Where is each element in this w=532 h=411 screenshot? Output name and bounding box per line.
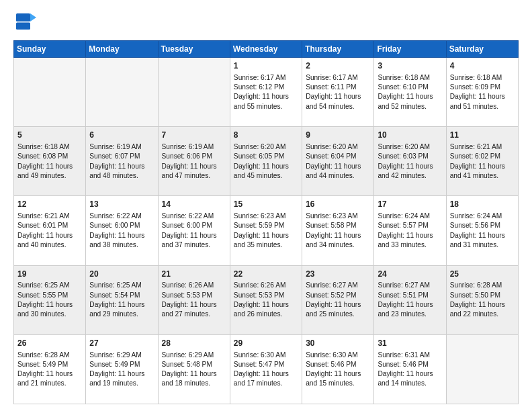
day-info: Sunrise: 6:26 AMSunset: 5:53 PMDaylight:… [234,281,289,318]
day-info: Sunrise: 6:30 AMSunset: 5:46 PMDaylight:… [306,351,361,387]
day-info: Sunrise: 6:17 AMSunset: 6:12 PMDaylight:… [234,74,289,110]
weekday-header-sunday: Sunday [14,41,86,58]
svg-rect-1 [16,22,30,30]
day-info: Sunrise: 6:19 AMSunset: 6:06 PMDaylight:… [162,143,217,179]
weekday-header-monday: Monday [86,41,158,58]
day-number: 25 [450,269,515,280]
calendar-cell: 28Sunrise: 6:29 AMSunset: 5:48 PMDayligh… [158,334,230,404]
day-number: 27 [89,338,154,349]
day-info: Sunrise: 6:27 AMSunset: 5:52 PMDaylight:… [306,281,361,318]
week-row-3: 12Sunrise: 6:21 AMSunset: 6:01 PMDayligh… [14,196,519,265]
week-row-5: 26Sunrise: 6:28 AMSunset: 5:49 PMDayligh… [14,334,519,404]
day-info: Sunrise: 6:28 AMSunset: 5:49 PMDaylight:… [17,351,73,387]
day-info: Sunrise: 6:17 AMSunset: 6:11 PMDaylight:… [306,74,361,110]
day-number: 13 [89,199,154,210]
day-number: 2 [306,60,370,72]
calendar-cell: 20Sunrise: 6:25 AMSunset: 5:54 PMDayligh… [86,265,158,334]
day-info: Sunrise: 6:26 AMSunset: 5:53 PMDaylight:… [162,281,217,318]
svg-marker-2 [30,13,36,21]
calendar-cell: 3Sunrise: 6:18 AMSunset: 6:10 PMDaylight… [374,58,446,127]
day-info: Sunrise: 6:24 AMSunset: 5:57 PMDaylight:… [378,212,433,248]
svg-rect-0 [16,13,30,21]
calendar-cell: 29Sunrise: 6:30 AMSunset: 5:47 PMDayligh… [230,334,302,404]
weekday-header-saturday: Saturday [446,41,518,58]
calendar-cell [158,58,230,127]
calendar-cell [14,58,86,127]
calendar-cell: 4Sunrise: 6:18 AMSunset: 6:09 PMDaylight… [446,58,518,127]
weekday-header-thursday: Thursday [302,41,374,58]
calendar-cell: 10Sunrise: 6:20 AMSunset: 6:03 PMDayligh… [374,127,446,196]
day-info: Sunrise: 6:30 AMSunset: 5:47 PMDaylight:… [234,351,289,387]
calendar-cell: 30Sunrise: 6:30 AMSunset: 5:46 PMDayligh… [302,334,374,404]
day-info: Sunrise: 6:22 AMSunset: 6:00 PMDaylight:… [162,212,217,248]
day-number: 5 [17,130,82,141]
calendar-cell: 19Sunrise: 6:25 AMSunset: 5:55 PMDayligh… [14,265,86,334]
day-number: 3 [378,60,442,72]
logo-icon [16,12,36,32]
day-number: 11 [450,130,515,141]
calendar-cell: 5Sunrise: 6:18 AMSunset: 6:08 PMDaylight… [14,127,86,196]
day-info: Sunrise: 6:29 AMSunset: 5:49 PMDaylight:… [89,351,144,387]
day-number: 6 [89,130,154,141]
day-info: Sunrise: 6:31 AMSunset: 5:46 PMDaylight:… [378,351,433,387]
calendar-cell: 1Sunrise: 6:17 AMSunset: 6:12 PMDaylight… [230,58,302,127]
calendar-cell: 14Sunrise: 6:22 AMSunset: 6:00 PMDayligh… [158,196,230,265]
day-info: Sunrise: 6:21 AMSunset: 6:02 PMDaylight:… [450,143,505,179]
calendar-cell: 18Sunrise: 6:24 AMSunset: 5:56 PMDayligh… [446,196,518,265]
weekday-header-wednesday: Wednesday [230,41,302,58]
header [13,12,519,35]
day-number: 16 [306,199,370,210]
calendar-cell: 21Sunrise: 6:26 AMSunset: 5:53 PMDayligh… [158,265,230,334]
calendar-cell: 11Sunrise: 6:21 AMSunset: 6:02 PMDayligh… [446,127,518,196]
day-number: 20 [89,269,154,280]
day-number: 21 [162,269,226,280]
day-info: Sunrise: 6:18 AMSunset: 6:08 PMDaylight:… [17,143,73,179]
calendar-cell: 6Sunrise: 6:19 AMSunset: 6:07 PMDaylight… [86,127,158,196]
calendar-cell: 27Sunrise: 6:29 AMSunset: 5:49 PMDayligh… [86,334,158,404]
day-number: 31 [378,338,442,349]
day-info: Sunrise: 6:22 AMSunset: 6:00 PMDaylight:… [89,212,144,248]
calendar-cell: 22Sunrise: 6:26 AMSunset: 5:53 PMDayligh… [230,265,302,334]
day-number: 19 [17,269,82,280]
day-number: 18 [450,199,515,210]
calendar-cell: 26Sunrise: 6:28 AMSunset: 5:49 PMDayligh… [14,334,86,404]
calendar-cell: 2Sunrise: 6:17 AMSunset: 6:11 PMDaylight… [302,58,374,127]
calendar-cell [446,334,518,404]
day-number: 29 [234,338,298,349]
weekday-header-row: SundayMondayTuesdayWednesdayThursdayFrid… [14,41,519,58]
day-info: Sunrise: 6:29 AMSunset: 5:48 PMDaylight:… [162,351,217,387]
day-info: Sunrise: 6:23 AMSunset: 5:59 PMDaylight:… [234,212,289,248]
day-number: 23 [306,269,370,280]
day-info: Sunrise: 6:25 AMSunset: 5:54 PMDaylight:… [89,281,144,318]
day-number: 7 [162,130,226,141]
day-info: Sunrise: 6:19 AMSunset: 6:07 PMDaylight:… [89,143,144,179]
calendar-cell: 23Sunrise: 6:27 AMSunset: 5:52 PMDayligh… [302,265,374,334]
calendar-cell: 12Sunrise: 6:21 AMSunset: 6:01 PMDayligh… [14,196,86,265]
day-info: Sunrise: 6:20 AMSunset: 6:04 PMDaylight:… [306,143,361,179]
day-info: Sunrise: 6:21 AMSunset: 6:01 PMDaylight:… [17,212,73,248]
week-row-4: 19Sunrise: 6:25 AMSunset: 5:55 PMDayligh… [14,265,519,334]
day-info: Sunrise: 6:28 AMSunset: 5:50 PMDaylight:… [450,281,505,318]
day-number: 14 [162,199,226,210]
day-info: Sunrise: 6:20 AMSunset: 6:05 PMDaylight:… [234,143,289,179]
day-info: Sunrise: 6:18 AMSunset: 6:10 PMDaylight:… [378,74,433,110]
weekday-header-friday: Friday [374,41,446,58]
day-info: Sunrise: 6:27 AMSunset: 5:51 PMDaylight:… [378,281,433,318]
day-number: 17 [378,199,442,210]
logo [13,12,39,35]
day-info: Sunrise: 6:20 AMSunset: 6:03 PMDaylight:… [378,143,433,179]
day-number: 24 [378,269,442,280]
calendar-cell: 9Sunrise: 6:20 AMSunset: 6:04 PMDaylight… [302,127,374,196]
day-number: 15 [234,199,298,210]
calendar-cell: 8Sunrise: 6:20 AMSunset: 6:05 PMDaylight… [230,127,302,196]
calendar-cell [86,58,158,127]
day-number: 8 [234,130,298,141]
day-info: Sunrise: 6:23 AMSunset: 5:58 PMDaylight:… [306,212,361,248]
calendar-cell: 16Sunrise: 6:23 AMSunset: 5:58 PMDayligh… [302,196,374,265]
day-info: Sunrise: 6:24 AMSunset: 5:56 PMDaylight:… [450,212,505,248]
page: SundayMondayTuesdayWednesdayThursdayFrid… [0,0,532,411]
day-number: 4 [450,60,515,72]
weekday-header-tuesday: Tuesday [158,41,230,58]
day-number: 22 [234,269,298,280]
calendar-cell: 24Sunrise: 6:27 AMSunset: 5:51 PMDayligh… [374,265,446,334]
